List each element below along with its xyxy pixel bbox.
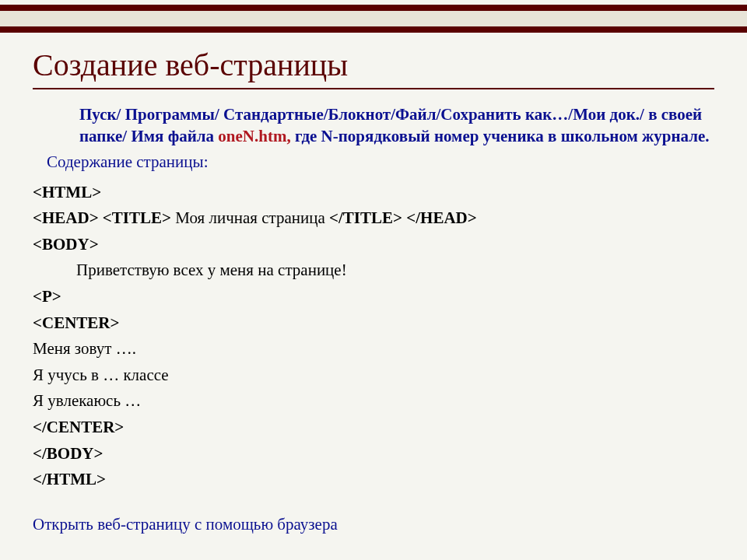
html-close-tag: </HTML>	[33, 470, 106, 488]
intro-filename: oneN.htm,	[218, 127, 290, 145]
center-open-tag: <CENTER>	[33, 313, 119, 332]
center-close-tag: </CENTER>	[33, 418, 124, 436]
line-hobby: Я увлекаюсь …	[33, 391, 141, 410]
title-rule	[33, 88, 714, 89]
page-title: Создание веб-страницы	[33, 47, 714, 83]
code-line: <HTML>	[33, 180, 714, 206]
header-stripe-light	[0, 11, 747, 26]
intro-suffix: где N-порядковый номер ученика в школьно…	[291, 127, 710, 145]
code-line: </CENTER>	[33, 415, 714, 441]
code-line: Меня зовут ….	[33, 336, 714, 362]
head-open-tag: <HEAD>	[33, 208, 99, 227]
code-line: Я увлекаюсь …	[33, 388, 714, 415]
header-stripe-bottom	[0, 26, 747, 33]
html-open-tag: <HTML>	[33, 183, 101, 201]
code-line: <P>	[33, 284, 714, 310]
content-subhead: Содержание страницы:	[47, 152, 714, 172]
body-open-tag: <BODY>	[33, 235, 99, 254]
footer-instruction: Открыть веб-страницу с помощью браузера	[33, 515, 714, 534]
code-line: Приветствую всех у меня на странице!	[33, 257, 714, 284]
slide-content: Создание веб-страницы Пуск/ Программы/ С…	[0, 33, 747, 534]
code-line: Я учусь в … классе	[33, 362, 714, 389]
line-study: Я учусь в … классе	[33, 366, 169, 384]
title-open-tag: <TITLE>	[103, 208, 171, 227]
body-close-tag: </BODY>	[33, 444, 103, 463]
code-block: <HTML> <HEAD> <TITLE> Моя личная страниц…	[33, 180, 714, 493]
code-line: <BODY>	[33, 232, 714, 258]
code-line: <CENTER>	[33, 310, 714, 337]
p-tag: <P>	[33, 287, 61, 306]
intro-paragraph: Пуск/ Программы/ Стандартные/Блокнот/Фай…	[79, 103, 714, 148]
greeting-text: Приветствую всех у меня на странице!	[76, 261, 347, 279]
code-line: </HTML>	[33, 467, 714, 493]
line-name: Меня зовут ….	[33, 339, 136, 358]
code-line: </BODY>	[33, 441, 714, 467]
title-text: Моя личная страница	[175, 208, 329, 227]
code-line: <HEAD> <TITLE> Моя личная страница </TIT…	[33, 205, 714, 232]
head-close-tag: </HEAD>	[406, 208, 476, 227]
header-stripe-top	[0, 5, 747, 11]
title-close-tag: </TITLE>	[329, 208, 402, 227]
